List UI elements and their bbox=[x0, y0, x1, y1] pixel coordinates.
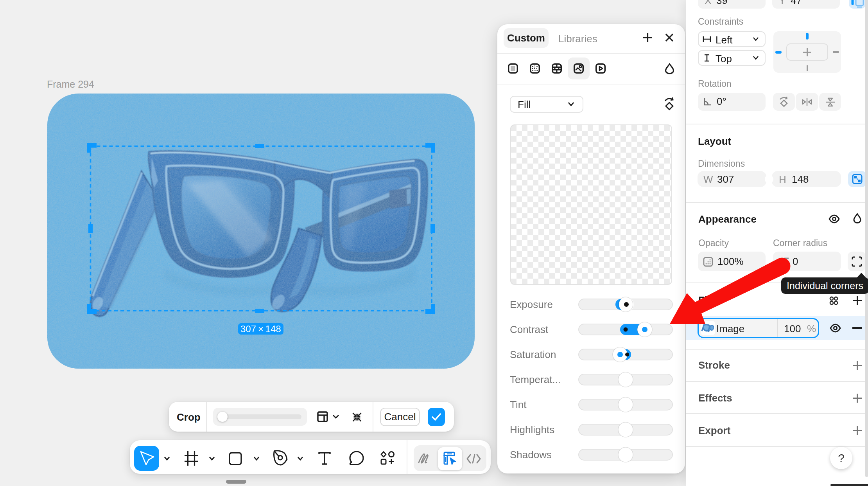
svg-text:Contrast: Contrast bbox=[510, 324, 549, 335]
svg-text:Shadows: Shadows bbox=[510, 449, 552, 461]
svg-text:Temperat...: Temperat... bbox=[510, 374, 561, 385]
svg-text:Saturation: Saturation bbox=[510, 349, 556, 360]
svg-text:Exposure: Exposure bbox=[510, 299, 553, 310]
svg-text:Highlights: Highlights bbox=[510, 424, 554, 436]
svg-text:Tint: Tint bbox=[510, 399, 527, 410]
